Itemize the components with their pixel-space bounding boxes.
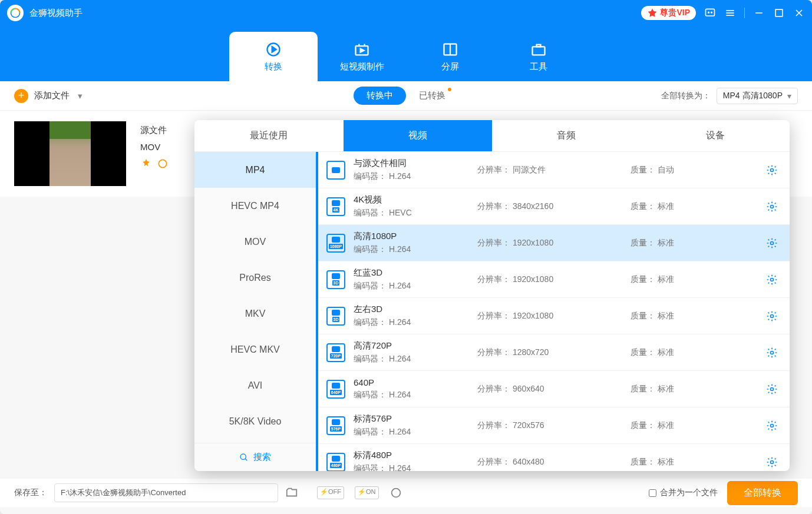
minimize-icon[interactable] — [753, 7, 765, 19]
gear-icon[interactable] — [766, 237, 778, 249]
convert-all-button[interactable]: 全部转换 — [727, 481, 798, 505]
merge-checkbox[interactable]: 合并为一个文件 — [649, 488, 718, 498]
app-window: 金狮视频助手 尊贵VIP 转换 短视频制作 分屏 — [0, 0, 812, 514]
svg-point-32 — [771, 424, 774, 427]
app-title: 金狮视频助手 — [29, 8, 82, 19]
format-item[interactable]: MP4 — [194, 152, 316, 188]
vip-badge[interactable]: 尊贵VIP — [641, 6, 696, 20]
svg-point-25 — [771, 168, 774, 171]
nav-label-split: 分屏 — [441, 61, 459, 72]
format-list: MP4HEVC MP4MOVProResMKVHEVC MKVAVI5K/8K … — [194, 152, 318, 471]
popup-body: MP4HEVC MP4MOVProResMKVHEVC MKVAVI5K/8K … — [194, 152, 790, 471]
preset-resolution: 分辨率： 3840x2160 — [477, 201, 631, 212]
search-button[interactable]: 搜索 — [194, 443, 316, 471]
gear-icon[interactable] — [766, 420, 778, 432]
nav-tab-split[interactable]: 分屏 — [406, 32, 494, 81]
svg-point-28 — [771, 278, 774, 281]
folder-icon[interactable] — [285, 486, 298, 499]
format-item[interactable]: MOV — [194, 224, 316, 260]
preset-quality: 质量： 标准 — [631, 201, 766, 212]
popup-tab-device[interactable]: 设备 — [641, 120, 790, 151]
merge-label: 合并为一个文件 — [660, 488, 718, 498]
nav-tab-tools[interactable]: 工具 — [494, 32, 583, 81]
plus-icon: + — [14, 89, 28, 103]
add-file-button[interactable]: + 添加文件 ▾ — [14, 89, 82, 103]
preset-list[interactable]: 与源文件相同 编码器： H.264 分辨率： 同源文件 质量： 自动 4K 4K… — [318, 152, 790, 471]
preset-title: 高清1080P — [354, 231, 477, 242]
format-item[interactable]: 5K/8K Video — [194, 403, 316, 439]
main-nav: 转换 短视频制作 分屏 工具 — [0, 26, 812, 81]
gear-icon[interactable] — [766, 201, 778, 213]
preset-row[interactable]: 3D 红蓝3D 编码器： H.264 分辨率： 1920x1080 质量： 标准 — [318, 261, 790, 298]
output-format-select[interactable]: MP4 高清1080P ▾ — [717, 88, 798, 104]
preset-row[interactable]: 与源文件相同 编码器： H.264 分辨率： 同源文件 质量： 自动 — [318, 152, 790, 188]
format-popup: 最近使用 视频 音频 设备 MP4HEVC MP4MOVProResMKVHEV… — [194, 120, 790, 471]
preset-format-icon: 1080P — [326, 234, 345, 253]
tab-converting[interactable]: 转换中 — [354, 87, 406, 105]
format-item[interactable]: MKV — [194, 296, 316, 331]
crop-icon[interactable] — [157, 158, 169, 170]
svg-point-22 — [391, 489, 400, 498]
preset-encoder: 编码器： H.264 — [354, 317, 477, 328]
gear-icon[interactable] — [766, 383, 778, 395]
format-item[interactable]: ProRes — [194, 260, 316, 296]
preset-quality: 质量： 标准 — [631, 274, 766, 285]
preset-quality: 质量： 标准 — [631, 420, 766, 431]
effect-icon[interactable] — [140, 158, 152, 170]
nav-tab-short-video[interactable]: 短视频制作 — [318, 32, 406, 81]
gear-icon[interactable] — [766, 274, 778, 286]
svg-point-3 — [711, 12, 712, 13]
tab-converted[interactable]: 已转换 — [406, 87, 458, 105]
svg-marker-16 — [361, 48, 364, 52]
format-item[interactable]: HEVC MP4 — [194, 188, 316, 224]
bottom-bar: 保存至： F:\沐禾安信\金狮视频助手\Converted ⚡OFF ⚡ON 合… — [0, 479, 812, 507]
preset-encoder: 编码器： H.264 — [354, 427, 477, 437]
svg-marker-12 — [272, 47, 276, 52]
search-label: 搜索 — [253, 452, 271, 463]
preset-resolution: 分辨率： 960x640 — [477, 384, 631, 394]
preset-resolution: 分辨率： 1920x1080 — [477, 274, 631, 285]
preset-row[interactable]: 576P 标清576P 编码器： H.264 分辨率： 720x576 质量： … — [318, 407, 790, 444]
gear-icon[interactable] — [766, 347, 778, 359]
format-item[interactable]: AVI — [194, 367, 316, 403]
hw-on-icon[interactable]: ⚡ON — [355, 486, 379, 499]
speed-icon[interactable] — [390, 486, 402, 499]
nav-tab-convert[interactable]: 转换 — [229, 32, 318, 81]
svg-point-27 — [771, 241, 774, 244]
convert-all-to-label: 全部转换为： — [661, 91, 711, 101]
preset-quality: 质量： 自动 — [631, 165, 766, 175]
toolbar-right: 全部转换为： MP4 高清1080P ▾ — [661, 88, 798, 104]
file-info: 源文件 MOV — [140, 121, 169, 186]
popup-tabs: 最近使用 视频 音频 设备 — [194, 120, 790, 152]
hw-off-icon[interactable]: ⚡OFF — [317, 486, 344, 499]
save-path-input[interactable]: F:\沐禾安信\金狮视频助手\Converted — [54, 483, 278, 502]
gear-icon[interactable] — [766, 164, 778, 176]
preset-row[interactable]: 4K 4K视频 编码器： HEVC 分辨率： 3840x2160 质量： 标准 — [318, 188, 790, 225]
popup-tab-recent[interactable]: 最近使用 — [194, 120, 344, 151]
preset-row[interactable]: 1080P 高清1080P 编码器： H.264 分辨率： 1920x1080 … — [318, 225, 790, 261]
preset-resolution: 分辨率： 640x480 — [477, 457, 631, 467]
preset-row[interactable]: 480P 标清480P 编码器： H.264 分辨率： 640x480 质量： … — [318, 444, 790, 471]
add-file-label: 添加文件 — [34, 90, 70, 101]
preset-encoder: 编码器： H.264 — [354, 463, 477, 471]
separator — [744, 8, 745, 18]
feedback-icon[interactable] — [704, 7, 716, 19]
gear-icon[interactable] — [766, 456, 778, 468]
maximize-icon[interactable] — [773, 7, 785, 19]
preset-format-icon: 3D — [326, 270, 345, 289]
preset-format-icon: 720P — [326, 343, 345, 362]
file-format: MOV — [140, 142, 169, 152]
preset-row[interactable]: 720P 高清720P 编码器： H.264 分辨率： 1280x720 质量：… — [318, 334, 790, 371]
gear-icon[interactable] — [766, 310, 778, 322]
close-icon[interactable] — [793, 7, 805, 19]
preset-format-icon: 480P — [326, 453, 345, 472]
preset-row[interactable]: 3D 左右3D 编码器： H.264 分辨率： 1920x1080 质量： 标准 — [318, 298, 790, 334]
merge-checkbox-input[interactable] — [649, 489, 656, 497]
preset-format-icon: 576P — [326, 416, 345, 435]
popup-tab-audio[interactable]: 音频 — [492, 120, 641, 151]
format-item[interactable]: HEVC MKV — [194, 331, 316, 367]
menu-icon[interactable] — [724, 7, 736, 19]
popup-tab-video[interactable]: 视频 — [344, 120, 493, 151]
preset-row[interactable]: 640P 640P 编码器： H.264 分辨率： 960x640 质量： 标准 — [318, 371, 790, 407]
svg-line-24 — [245, 459, 247, 460]
